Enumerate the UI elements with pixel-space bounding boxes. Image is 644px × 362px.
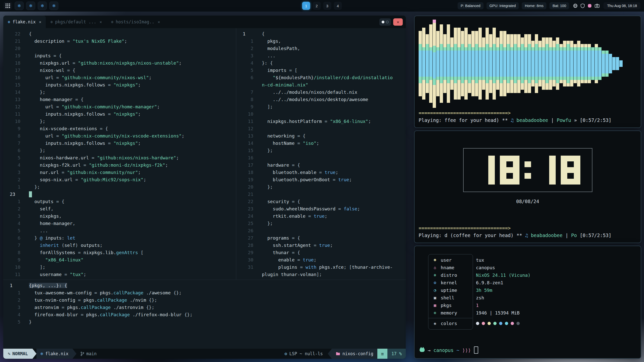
line-number: 26: [236, 227, 258, 234]
editor-pane-flake-nix[interactable]: 22{21 description = "tux's NixOS Flake";…: [3, 28, 236, 280]
fetch-row-colors: ❀colors: [428, 320, 589, 327]
line-number: 8: [3, 132, 25, 140]
fetch-row-shell: ▣shellzsh: [428, 294, 589, 301]
code-line: 21 description = "tux's NixOS Flake";: [3, 37, 236, 45]
code-line: 18 nixpkgs.url = "github:nixos/nixpkgs/n…: [3, 59, 236, 67]
terminal-cursor: [474, 346, 478, 354]
tab-close-icon[interactable]: ×: [100, 20, 102, 24]
window-close-button[interactable]: ✕: [393, 18, 403, 26]
tab-close-icon[interactable]: ×: [39, 20, 42, 24]
git-branch-icon: [80, 352, 84, 356]
tag-button-3[interactable]: 3: [323, 2, 331, 10]
nix-snowflake-icon: ❄: [111, 20, 113, 24]
visualizer-bar: [517, 34, 520, 93]
nix-snowflake-icon: ❄: [41, 351, 43, 356]
tab-pkgs-default-[interactable]: ❄pkgs/default ...×: [46, 16, 106, 28]
line-number: 5: [236, 67, 258, 74]
code-line: 10: [236, 110, 406, 118]
code-line: 9 ];: [236, 103, 406, 110]
clock: Thu Aug 08, 18:18: [603, 2, 640, 9]
git-branch-indicator: main: [76, 349, 101, 359]
line-number: 18: [3, 59, 25, 67]
fetch-value: 1946 | 15394 MiB: [476, 310, 519, 315]
code-line: 6 };: [3, 147, 236, 154]
line-number: 4: [3, 220, 25, 227]
tag-button-4[interactable]: 4: [334, 2, 342, 10]
visualizer-bar: [616, 57, 619, 70]
workspace-button-2[interactable]: ❄: [26, 2, 35, 10]
visualizer-bar: [426, 34, 429, 93]
theme-toggle-button[interactable]: [379, 18, 391, 26]
code-line: 7 inherit (self) outputs;: [3, 242, 236, 249]
workspace-button-3[interactable]: ❄: [38, 2, 47, 10]
code-line: 23: [3, 191, 236, 198]
line-number: 24: [236, 212, 258, 220]
visualizer-bar: [619, 60, 623, 67]
visualizer-bar: [436, 31, 439, 96]
code-line: 19 bluetooth.powerOnBoot = true;: [236, 176, 406, 183]
workspace-button-4[interactable]: ❄: [49, 2, 58, 10]
neovim-window: ❄flake.nix×❄pkgs/default ...×❄hosts/isoI…: [3, 16, 406, 359]
tab-flake-nix[interactable]: ❄flake.nix×: [3, 16, 46, 28]
tag-button-2[interactable]: 2: [313, 2, 321, 10]
code-line: 12: [236, 125, 406, 132]
line-number: 2: [3, 205, 25, 212]
tab-hosts-isoImag-[interactable]: ❄hosts/isoImag..×: [106, 16, 165, 28]
color-dot: [511, 322, 514, 325]
code-line: 23 sudo.wheelNeedsPassword = false;: [236, 205, 406, 212]
status-pill: Home: 8ms: [522, 2, 546, 9]
hname-icon: ⌂: [432, 265, 437, 270]
code-line: 4}: {: [236, 59, 406, 67]
line-number: 3: [3, 169, 25, 176]
visualizer-bar: [595, 44, 598, 83]
code-line: 25 };: [236, 220, 406, 227]
visualizer-bar: [598, 47, 601, 80]
code-line: 5 ...: [3, 227, 236, 234]
fetch-label: user: [441, 257, 452, 263]
app-launcher-button[interactable]: [4, 2, 12, 10]
editor-pane-iso-image[interactable]: 1{1 pkgs,2 modulesPath,3 ...4}: {5 impor…: [236, 28, 406, 280]
code-line: 1 outputs = {: [3, 198, 236, 205]
color-dot: [499, 322, 502, 325]
gear-icon: ⚙: [285, 351, 287, 356]
visualizer-bar: [556, 37, 559, 90]
line-number: 2: [3, 176, 25, 183]
tag-button-1[interactable]: 1: [302, 2, 310, 10]
color-dot: [476, 322, 479, 325]
visualizer-bar: [510, 34, 513, 93]
tab-close-icon[interactable]: ×: [158, 20, 160, 24]
editor-pane-pkgs-default[interactable]: 1{pkgs, ...}: {1 tux-awesome-wm-config =…: [3, 280, 406, 349]
fetch-value: canopus: [476, 265, 495, 270]
status-pill: GPU: Integrated: [487, 2, 519, 9]
topbar-left: ❄❄❄❄: [4, 2, 58, 10]
fetch-label: uptime: [441, 288, 457, 293]
clock-terminal[interactable]: 08/08/24 ===============================…: [414, 130, 641, 243]
code-line: 15 };: [236, 147, 406, 154]
visualizer-bar: [486, 28, 489, 100]
line-number: 18: [236, 169, 258, 176]
visualizer-bar: [574, 44, 577, 83]
shell-prompt[interactable]: → canopus ~ ⟩⟩⟩: [420, 346, 478, 354]
visualizer-bar: [531, 41, 535, 86]
line-number: 28: [236, 242, 258, 249]
lines-icon: ≡: [377, 349, 387, 359]
powerline-separator: [72, 349, 76, 359]
line-number: 5: [3, 318, 25, 326]
code-line: 9 "x86_64-linux": [3, 256, 236, 263]
visualizer-bar: [496, 37, 499, 90]
visualizer-bar: [602, 51, 605, 77]
tab-label: pkgs/default ...: [55, 19, 96, 24]
fetch-row-memory: ⊕memory1946 | 15394 MiB: [428, 309, 589, 316]
fetch-terminal[interactable]: ☻usertux⌂hnamecanopus❄distroNixOS 24.11 …: [414, 246, 641, 359]
cat-icon: [420, 348, 425, 352]
workspace-button-1[interactable]: ❄: [15, 2, 24, 10]
toggle-track-icon: [386, 21, 389, 23]
status-item-list: P: BalancedGPU: IntegratedHome: 8msBat: …: [458, 2, 569, 9]
line-number: 11: [236, 118, 258, 125]
nix-snowflake-icon: ❄: [8, 20, 10, 24]
code-line: 6 "${modulesPath}/installer/cd-dvd/insta…: [236, 74, 406, 81]
status-pill: Bat: 100: [549, 2, 569, 9]
visualizer-terminal[interactable]: ===============================> Playing…: [414, 16, 641, 128]
line-number: 1: [3, 282, 25, 289]
line-number: 25: [236, 220, 258, 227]
